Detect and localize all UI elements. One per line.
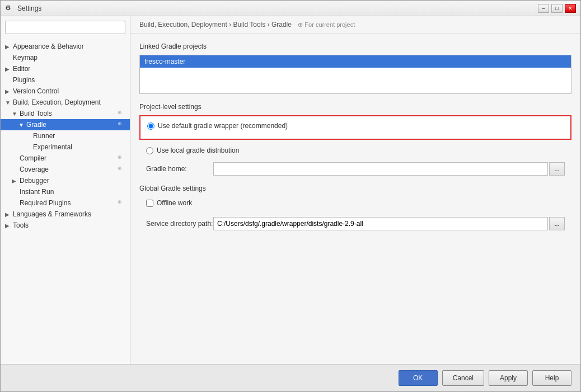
sidebar-item-version-control[interactable]: ▶ Version Control	[1, 86, 130, 97]
project-settings-box: Use default gradle wrapper (recommended)	[139, 115, 571, 140]
sidebar-item-label: Runner	[33, 132, 125, 140]
arrow-icon: ▶	[5, 44, 12, 50]
sidebar-item-label: Plugins	[13, 76, 125, 84]
sidebar-item-label: Build Tools	[20, 110, 118, 117]
sidebar-item-experimental[interactable]: Experimental	[1, 141, 130, 153]
offline-work-checkbox[interactable]	[146, 200, 153, 207]
service-dir-row: Service directory path: ...	[139, 215, 571, 233]
sidebar-item-debugger[interactable]: ▶ Debugger	[1, 175, 130, 186]
sidebar-item-tools[interactable]: ▶ Tools	[1, 220, 130, 231]
service-dir-browse-button[interactable]: ...	[549, 217, 565, 230]
sidebar-item-label: Coverage	[20, 166, 118, 173]
sidebar-item-coverage[interactable]: Coverage ⊕	[1, 164, 130, 175]
linked-projects-label: Linked Gradle projects	[139, 42, 571, 50]
use-local-gradle-radio[interactable]	[146, 147, 153, 154]
content-main: Linked Gradle projects fresco-master Pro…	[130, 34, 580, 364]
sidebar-item-label: Experimental	[33, 143, 125, 151]
maximize-button[interactable]: □	[551, 4, 563, 13]
sidebar-item-label: Instant Run	[20, 188, 125, 196]
breadcrumb-suffix: ⊕ For current project	[298, 21, 355, 28]
sidebar-item-label: Compiler	[20, 154, 118, 162]
sidebar-item-instant-run[interactable]: Instant Run	[1, 186, 130, 197]
help-button[interactable]: Help	[532, 370, 571, 386]
sidebar-item-gradle[interactable]: ▼ Gradle ⊕	[1, 119, 130, 130]
sidebar-item-label: Version Control	[13, 87, 125, 95]
ok-button[interactable]: OK	[399, 370, 438, 386]
gradle-home-browse-button[interactable]: ...	[549, 162, 565, 176]
gradle-home-label: Gradle home:	[146, 165, 213, 173]
settings-window: ⚙ Settings – □ ✕ ▶ Appearance & Behavior…	[0, 0, 581, 392]
arrow-icon: ▶	[5, 88, 12, 95]
badge-icon: ⊕	[118, 199, 125, 207]
sidebar-item-runner[interactable]: Runner	[1, 130, 130, 141]
window-title: Settings	[17, 4, 538, 12]
arrow-icon: ▶	[5, 223, 12, 229]
sidebar-item-compiler[interactable]: Compiler ⊕	[1, 153, 130, 164]
sidebar-item-build-tools[interactable]: ▼ Build Tools ⊕	[1, 108, 130, 119]
arrow-icon: ▼	[18, 122, 25, 128]
service-dir-input[interactable]	[213, 217, 548, 230]
project-level-label: Project-level settings	[139, 103, 571, 111]
offline-work-label: Offline work	[157, 199, 192, 207]
sidebar-item-label: Editor	[13, 65, 125, 73]
gradle-home-row: Gradle home: ...	[139, 160, 571, 178]
sidebar-item-label: Gradle	[26, 121, 118, 129]
sidebar-item-label: Keymap	[13, 54, 125, 62]
sidebar-item-build-exec[interactable]: ▼ Build, Execution, Deployment	[1, 97, 130, 108]
service-dir-label: Service directory path:	[146, 220, 213, 228]
sidebar-item-label: Required Plugins	[20, 199, 118, 207]
badge-icon: ⊕	[118, 154, 125, 162]
sidebar-item-plugins[interactable]: Plugins	[1, 74, 130, 86]
list-item[interactable]: fresco-master	[140, 55, 571, 68]
use-default-wrapper-label: Use default gradle wrapper (recommended)	[158, 122, 288, 130]
badge-icon: ⊕	[118, 166, 125, 173]
arrow-icon: ▶	[5, 211, 12, 218]
breadcrumb-path: Build, Execution, Deployment › Build Too…	[139, 21, 292, 29]
window-controls: – □ ✕	[538, 4, 576, 13]
cancel-button[interactable]: Cancel	[442, 370, 484, 386]
sidebar-item-label: Languages & Frameworks	[13, 210, 125, 218]
sidebar-item-appearance[interactable]: ▶ Appearance & Behavior	[1, 41, 130, 52]
sidebar: ▶ Appearance & Behavior Keymap ▶ Editor …	[1, 16, 130, 364]
minimize-button[interactable]: –	[538, 4, 549, 13]
badge-icon: ⊕	[118, 110, 125, 117]
project-level-settings: Project-level settings Use default gradl…	[139, 103, 571, 178]
use-local-gradle-label: Use local gradle distribution	[157, 147, 239, 154]
apply-button[interactable]: Apply	[489, 370, 528, 386]
window-icon: ⚙	[5, 4, 14, 13]
use-local-gradle-row: Use local gradle distribution	[139, 144, 571, 157]
use-default-wrapper-row: Use default gradle wrapper (recommended)	[147, 122, 564, 130]
badge-icon: ⊕	[118, 121, 125, 129]
offline-work-row: Offline work	[139, 197, 571, 209]
main-content: ▶ Appearance & Behavior Keymap ▶ Editor …	[1, 16, 580, 364]
use-default-wrapper-radio[interactable]	[147, 122, 154, 130]
sidebar-item-label: Tools	[13, 221, 125, 229]
arrow-icon: ▼	[5, 100, 12, 106]
global-gradle-label: Global Gradle settings	[139, 185, 571, 192]
sidebar-item-label: Build, Execution, Deployment	[13, 98, 125, 106]
arrow-icon: ▶	[5, 66, 12, 72]
arrow-icon: ▶	[12, 178, 18, 184]
nav-tree: ▶ Appearance & Behavior Keymap ▶ Editor …	[1, 39, 130, 233]
bottom-bar: OK Cancel Apply Help	[1, 364, 580, 391]
global-settings: Global Gradle settings Offline work Serv…	[139, 185, 571, 233]
title-bar: ⚙ Settings – □ ✕	[1, 1, 580, 16]
close-button[interactable]: ✕	[565, 4, 576, 13]
sidebar-item-label: Appearance & Behavior	[13, 42, 125, 50]
search-input[interactable]	[5, 21, 125, 34]
sidebar-item-required-plugins[interactable]: Required Plugins ⊕	[1, 197, 130, 209]
arrow-icon: ▼	[12, 111, 18, 117]
linked-projects-list[interactable]: fresco-master	[139, 55, 571, 94]
content-panel: Build, Execution, Deployment › Build Too…	[130, 16, 580, 364]
sidebar-item-label: Debugger	[20, 177, 125, 185]
sidebar-item-languages[interactable]: ▶ Languages & Frameworks	[1, 209, 130, 220]
gradle-home-input[interactable]	[213, 162, 548, 176]
sidebar-item-keymap[interactable]: Keymap	[1, 52, 130, 63]
sidebar-item-editor[interactable]: ▶ Editor	[1, 63, 130, 74]
breadcrumb: Build, Execution, Deployment › Build Too…	[130, 16, 580, 34]
